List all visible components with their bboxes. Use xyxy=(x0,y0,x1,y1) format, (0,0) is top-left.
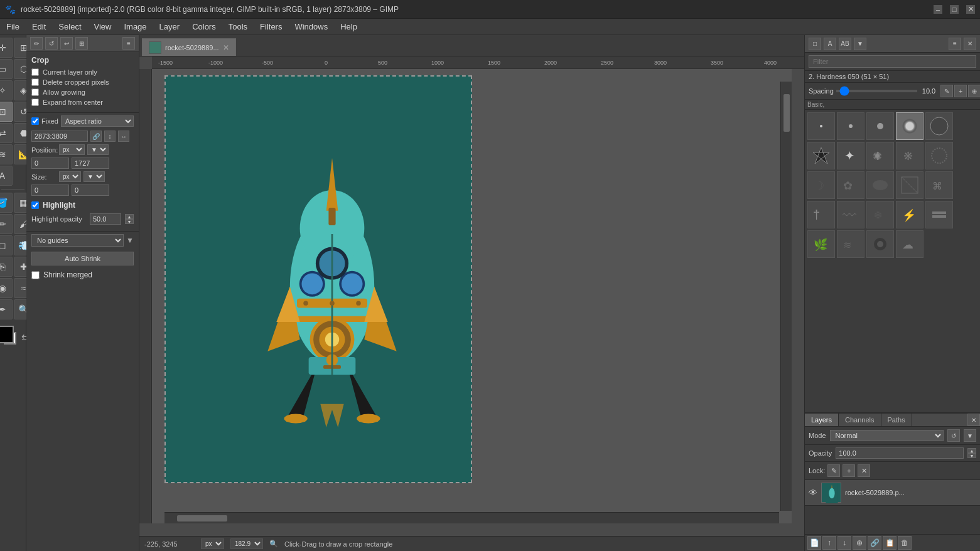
brush-item[interactable]: ⌘ xyxy=(925,171,953,199)
guides-select[interactable]: No guides Rule of thirds Golden sections xyxy=(31,234,124,247)
paint-bucket[interactable]: 🪣 xyxy=(0,193,13,213)
brushes-header-btn-1[interactable]: □ xyxy=(809,38,821,50)
crop-size-input[interactable] xyxy=(31,131,88,142)
menu-item-image[interactable]: Image xyxy=(117,19,153,35)
close-button[interactable]: ✕ xyxy=(966,5,975,14)
delete-layer-btn[interactable]: 🗑 xyxy=(898,536,912,550)
menu-item-filters[interactable]: Filters xyxy=(254,19,288,35)
raise-layer-btn[interactable]: ↑ xyxy=(822,536,836,550)
layer-mode-btn-2[interactable]: ▼ xyxy=(964,429,976,442)
opacity-up-btn[interactable]: ▲ xyxy=(125,214,134,219)
brush-category[interactable]: Basic, xyxy=(805,100,980,110)
spacing-btn-2[interactable]: + xyxy=(954,85,967,97)
position-unit-select[interactable]: px % mm xyxy=(59,144,85,155)
pos-y-input[interactable] xyxy=(72,158,109,169)
lock-paint-btn[interactable]: ✎ xyxy=(827,464,840,477)
brushes-close-btn[interactable]: ✕ xyxy=(964,38,976,50)
merge-layer-btn[interactable]: 📋 xyxy=(883,536,897,550)
shrink-merged-checkbox[interactable] xyxy=(31,271,40,279)
brush-item[interactable] xyxy=(925,142,953,169)
brush-item[interactable] xyxy=(866,112,894,140)
eraser-tool[interactable]: ◻ xyxy=(0,235,13,255)
brush-item[interactable] xyxy=(866,230,894,258)
lock-all-btn[interactable]: ✕ xyxy=(858,464,870,477)
clone-tool[interactable]: ⎘ xyxy=(0,257,13,277)
layer-visibility-icon[interactable]: 👁 xyxy=(809,488,817,498)
brush-search-input[interactable] xyxy=(809,55,976,68)
layers-panel-close-btn[interactable]: ✕ xyxy=(967,414,980,426)
brush-item[interactable]: ≋ xyxy=(837,230,864,258)
flip-tool[interactable]: ⇄ xyxy=(0,123,13,143)
lock-position-btn[interactable]: + xyxy=(843,464,855,477)
pencil-tool[interactable]: ✏ xyxy=(0,214,13,234)
tab-layers[interactable]: Layers xyxy=(805,414,839,426)
allow-growing-checkbox[interactable] xyxy=(31,88,39,96)
tool-options-menu-btn[interactable]: ≡ xyxy=(122,37,135,50)
size-h-input[interactable] xyxy=(72,185,109,196)
brush-item[interactable]: ☁ xyxy=(896,230,923,258)
fixed-checkbox[interactable] xyxy=(31,117,39,125)
lower-layer-btn[interactable]: ↓ xyxy=(837,536,851,550)
tool-options-tab-2[interactable]: ↺ xyxy=(45,37,58,50)
menu-item-help[interactable]: Help xyxy=(334,19,363,35)
status-zoom-select[interactable]: 182.9 100 50 xyxy=(230,538,263,549)
maximize-button[interactable]: □ xyxy=(950,5,959,14)
landscape-btn[interactable]: ↔ xyxy=(118,131,129,142)
brushes-menu-btn[interactable]: ≡ xyxy=(949,38,961,50)
size-unit-select-2[interactable]: ▼ xyxy=(83,171,105,182)
brush-item[interactable]: † xyxy=(807,201,835,228)
delete-cropped-checkbox[interactable] xyxy=(31,78,39,86)
brush-item[interactable] xyxy=(807,112,835,140)
blur-tool[interactable]: ◉ xyxy=(0,278,13,298)
brushes-header-btn-3[interactable]: AB xyxy=(839,38,851,50)
spacing-btn-1[interactable]: ✎ xyxy=(940,85,953,97)
menu-item-windows[interactable]: Windows xyxy=(288,19,334,35)
brush-item[interactable]: ❋ xyxy=(896,142,923,169)
brushes-header-btn-4[interactable]: ▼ xyxy=(854,38,866,50)
layer-mode-btn-1[interactable]: ↺ xyxy=(947,429,960,442)
canvas-viewport[interactable] xyxy=(152,69,792,523)
tab-paths[interactable]: Paths xyxy=(881,414,912,426)
fixed-type-select[interactable]: Aspect ratio Width Height Size xyxy=(61,115,134,127)
brush-item[interactable] xyxy=(866,171,894,199)
pos-x-input[interactable] xyxy=(31,158,69,169)
brush-item[interactable]: ✦ xyxy=(837,142,864,169)
lock-aspect-btn[interactable]: 🔗 xyxy=(90,131,102,142)
duplicate-layer-btn[interactable]: ⊕ xyxy=(853,536,866,550)
horizontal-scrollbar[interactable] xyxy=(164,512,779,523)
auto-shrink-button[interactable]: Auto Shrink xyxy=(31,252,134,265)
opacity-down-btn[interactable]: ▼ xyxy=(125,219,134,224)
layer-opacity-input[interactable] xyxy=(836,447,964,459)
minimize-button[interactable]: – xyxy=(934,5,942,14)
menu-item-edit[interactable]: Edit xyxy=(26,19,52,35)
tool-options-tab-3[interactable]: ↩ xyxy=(60,37,73,50)
tool-options-tab-1[interactable]: ✏ xyxy=(30,37,43,50)
anchor-layer-btn[interactable]: 🔗 xyxy=(868,536,881,550)
highlight-checkbox[interactable] xyxy=(31,201,39,209)
opacity-up-spinner[interactable]: ▲ xyxy=(967,448,976,453)
portrait-btn[interactable]: ↕ xyxy=(104,131,116,142)
brush-item[interactable] xyxy=(925,112,953,140)
opacity-down-spinner[interactable]: ▼ xyxy=(967,453,976,458)
fuzzy-select[interactable]: ✧ xyxy=(0,80,13,100)
brush-item[interactable] xyxy=(807,142,835,169)
warp-tool[interactable]: ≋ xyxy=(0,144,13,164)
size-unit-select[interactable]: px xyxy=(59,171,81,182)
brush-item[interactable] xyxy=(925,201,953,228)
brush-item[interactable]: ⚡ xyxy=(896,201,923,228)
canvas-tab[interactable]: rocket-5029889... ✕ xyxy=(142,38,236,56)
position-unit-select-2[interactable]: ▼ xyxy=(87,144,109,155)
opacity-input[interactable] xyxy=(90,213,121,225)
brush-item[interactable] xyxy=(896,171,923,199)
menu-item-view[interactable]: View xyxy=(88,19,118,35)
tab-close-icon[interactable]: ✕ xyxy=(223,43,229,52)
tool-options-tab-4[interactable]: ⊞ xyxy=(75,37,88,50)
vertical-scroll-thumb[interactable] xyxy=(783,94,790,132)
spacing-slider[interactable] xyxy=(836,90,917,92)
foreground-color[interactable] xyxy=(0,326,14,343)
spacing-btn-3[interactable]: ⊕ xyxy=(968,85,980,97)
menu-item-file[interactable]: File xyxy=(0,19,26,35)
brush-item-hardness-050[interactable] xyxy=(896,112,923,140)
tab-channels[interactable]: Channels xyxy=(839,414,881,426)
paths-tool[interactable]: ✒ xyxy=(0,299,13,319)
